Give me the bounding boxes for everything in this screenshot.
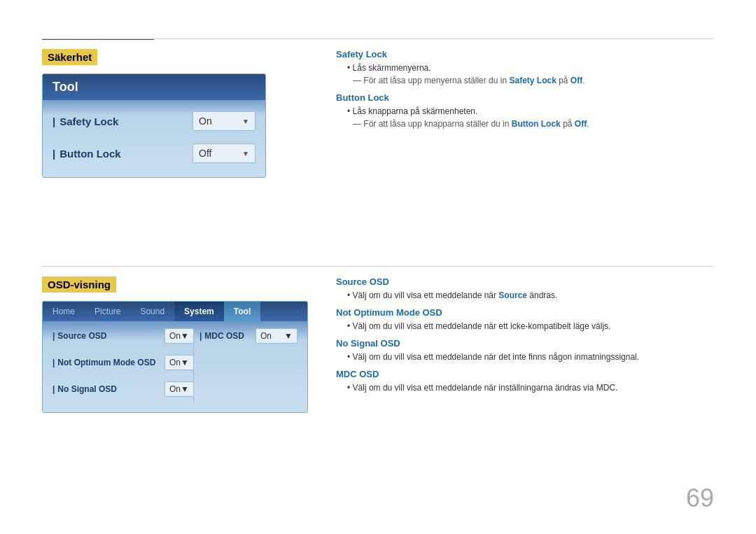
- osd-source-info-heading: Source OSD: [336, 276, 714, 287]
- osd-source-info-bullet: • Välj om du vill visa ett meddelande nä…: [347, 290, 714, 300]
- tab-home[interactable]: Home: [43, 302, 85, 321]
- osd-notoptimum-label: Not Optimum Mode OSD: [52, 358, 164, 367]
- osd-nosignal-label: No Signal OSD: [52, 384, 164, 394]
- osd-mdc-info: MDC OSD • Välj om du vill visa ett medde…: [336, 369, 714, 393]
- tool-panel-header: Tool: [43, 74, 265, 100]
- osd-source-value: On: [169, 331, 181, 341]
- button-lock-bullet: • Lås knapparna på skärmenheten.: [347, 106, 714, 116]
- osd-nosignal-value: On: [169, 384, 181, 394]
- button-lock-info-heading: Button Lock: [336, 92, 714, 103]
- osd-mdc-label: MDC OSD: [200, 331, 255, 341]
- osd-mdc-info-bullet: • Välj om du vill visa ett meddelande nä…: [347, 383, 714, 393]
- osd-nosignal-info: No Signal OSD • Välj om du vill visa ett…: [336, 338, 714, 362]
- osd-mdc-info-heading: MDC OSD: [336, 369, 714, 379]
- safety-lock-arrow: ▼: [242, 118, 249, 125]
- top-line: [42, 38, 714, 39]
- safety-lock-bullet: • Lås skärmmenyerna.: [347, 63, 714, 73]
- mid-line: [42, 266, 714, 267]
- osd-info: Source OSD • Välj om du vill visa ett me…: [336, 276, 714, 400]
- safety-lock-dash: ― För att låsa upp menyerna ställer du i…: [353, 76, 714, 85]
- tool-panel: Tool Safety Lock On ▼ Button Lock Off ▼: [42, 73, 266, 178]
- page-container: Säkerhet Tool Safety Lock On ▼ Button Lo…: [0, 0, 756, 534]
- tab-sound[interactable]: Sound: [130, 302, 174, 321]
- tool-panel-body: Safety Lock On ▼ Button Lock Off ▼: [43, 100, 265, 177]
- osd-mdc-value: On: [260, 331, 272, 341]
- osd-notoptimum-value: On: [169, 358, 181, 367]
- safety-lock-label: Safety Lock: [52, 115, 118, 127]
- osd-nosignal-arrow: ▼: [181, 384, 189, 394]
- osd-source-arrow: ▼: [181, 331, 189, 341]
- osd-mdc-select[interactable]: On ▼: [255, 328, 298, 344]
- osd-notoptimum-info-heading: Not Optimum Mode OSD: [336, 307, 714, 318]
- button-lock-select[interactable]: Off ▼: [192, 143, 255, 163]
- osd-row-notoptimum: Not Optimum Mode OSD On ▼: [52, 355, 188, 370]
- osd-mdc-arrow: ▼: [284, 331, 293, 341]
- button-lock-label: Button Lock: [52, 148, 121, 160]
- osd-nosignal-info-bullet: • Välj om du vill visa ett meddelande nä…: [347, 352, 714, 362]
- sakerhet-info: Safety Lock • Lås skärmmenyerna. ― För a…: [336, 49, 714, 136]
- tab-system[interactable]: System: [174, 302, 224, 321]
- button-lock-dash: ― För att låsa upp knapparna ställer du …: [353, 119, 714, 129]
- osd-panel: Home Picture Sound System Tool Source OS…: [42, 301, 308, 413]
- safety-lock-info-heading: Safety Lock: [336, 49, 714, 59]
- osd-notoptimum-select[interactable]: On ▼: [164, 355, 194, 370]
- osd-heading: OSD-visning: [42, 276, 116, 293]
- osd-col-right: MDC OSD On ▼: [200, 328, 298, 402]
- sakerhet-section: Säkerhet Tool Safety Lock On ▼ Button Lo…: [42, 49, 322, 178]
- osd-tabs: Home Picture Sound System Tool: [43, 302, 307, 321]
- tool-row-button: Button Lock Off ▼: [52, 143, 255, 163]
- osd-notoptimum-info: Not Optimum Mode OSD • Välj om du vill v…: [336, 307, 714, 331]
- button-lock-info-section: Button Lock • Lås knapparna på skärmenhe…: [336, 92, 714, 129]
- tool-row-safety: Safety Lock On ▼: [52, 111, 255, 131]
- tab-tool[interactable]: Tool: [224, 302, 260, 321]
- osd-notoptimum-info-bullet: • Välj om du vill visa ett meddelande nä…: [347, 321, 714, 331]
- osd-notoptimum-arrow: ▼: [181, 358, 189, 367]
- osd-cols: Source OSD On ▼ Not Optimum Mode OSD On …: [52, 328, 298, 402]
- button-lock-value: Off: [199, 148, 211, 159]
- osd-row-source: Source OSD On ▼: [52, 328, 188, 344]
- button-lock-arrow: ▼: [242, 150, 249, 157]
- osd-section: OSD-visning Home Picture Sound System To…: [42, 276, 336, 413]
- osd-nosignal-info-heading: No Signal OSD: [336, 338, 714, 349]
- safety-lock-value: On: [199, 115, 212, 127]
- osd-source-select[interactable]: On ▼: [164, 328, 194, 344]
- safety-lock-info-section: Safety Lock • Lås skärmmenyerna. ― För a…: [336, 49, 714, 85]
- sakerhet-heading: Säkerhet: [42, 49, 97, 65]
- page-number: 69: [686, 484, 714, 513]
- osd-row-mdc: MDC OSD On ▼: [200, 328, 298, 344]
- osd-source-info: Source OSD • Välj om du vill visa ett me…: [336, 276, 714, 300]
- safety-lock-select[interactable]: On ▼: [192, 111, 255, 131]
- tab-picture[interactable]: Picture: [85, 302, 130, 321]
- osd-nosignal-select[interactable]: On ▼: [164, 381, 194, 397]
- osd-body: Source OSD On ▼ Not Optimum Mode OSD On …: [43, 321, 307, 412]
- osd-source-label: Source OSD: [52, 331, 164, 341]
- osd-row-nosignal: No Signal OSD On ▼: [52, 381, 188, 397]
- osd-col-left: Source OSD On ▼ Not Optimum Mode OSD On …: [52, 328, 194, 402]
